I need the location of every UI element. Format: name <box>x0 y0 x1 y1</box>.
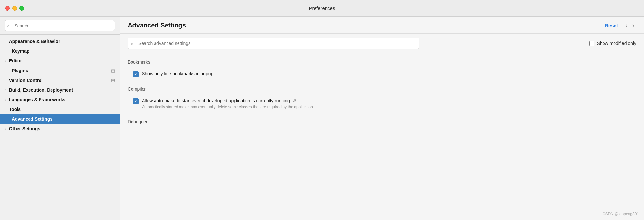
window-title: Preferences <box>309 6 335 11</box>
checkbox-auto-make[interactable]: ✓ <box>133 98 139 104</box>
sidebar-item-plugins[interactable]: Plugins ▤ <box>0 66 120 75</box>
section-divider-bookmarks <box>154 62 636 62</box>
section-header-debugger: Debugger <box>128 119 636 124</box>
sidebar-item-label: Plugins <box>12 68 111 73</box>
sidebar-item-label: Other Settings <box>9 126 115 131</box>
sidebar-items-list: › Appearance & Behavior Keymap › Editor … <box>0 35 120 220</box>
settings-content: Bookmarks ✓ Show only line bookmarks in … <box>120 53 644 220</box>
chevron-icon: › <box>5 88 6 92</box>
sidebar-item-other[interactable]: › Other Settings <box>0 124 120 134</box>
setting-text-auto-make: Allow auto-make to start even if develop… <box>142 98 636 110</box>
show-modified-text: Show modified only <box>597 41 636 46</box>
sidebar-item-version-control[interactable]: › Version Control ▤ <box>0 75 120 85</box>
content-search-wrapper: ⌕ <box>128 38 419 49</box>
chevron-icon: › <box>5 98 6 102</box>
sidebar-item-editor[interactable]: › Editor <box>0 56 120 66</box>
section-compiler: Compiler ✓ Allow auto-make to start even… <box>128 86 636 113</box>
sidebar-item-keymap[interactable]: Keymap <box>0 46 120 56</box>
show-modified-checkbox[interactable] <box>589 41 594 46</box>
sidebar-item-label: Advanced Settings <box>12 116 115 122</box>
sidebar-search-icon: ⌕ <box>7 23 10 28</box>
sidebar-search-input[interactable] <box>5 20 115 31</box>
sidebar-item-label: Build, Execution, Deployment <box>9 87 115 93</box>
watermark: CSDN @laopeng301 <box>603 212 639 216</box>
section-title-bookmarks: Bookmarks <box>128 60 150 65</box>
sidebar: ⌕ › Appearance & Behavior Keymap › Edito… <box>0 17 120 220</box>
main-layout: ⌕ › Appearance & Behavior Keymap › Edito… <box>0 17 644 220</box>
page-title: Advanced Settings <box>128 22 605 29</box>
setting-text-line-bookmarks: Show only line bookmarks in popup <box>142 71 636 76</box>
sidebar-item-label: Appearance & Behavior <box>9 39 115 44</box>
content-search-icon: ⌕ <box>131 41 133 46</box>
sidebar-search-wrapper: ⌕ <box>5 20 115 31</box>
sidebar-item-languages[interactable]: › Languages & Frameworks <box>0 95 120 104</box>
content-search-row: ⌕ Show modified only <box>120 34 644 53</box>
sidebar-item-label: Editor <box>9 58 115 63</box>
setting-row-line-bookmarks: ✓ Show only line bookmarks in popup <box>128 69 636 80</box>
content-header: Advanced Settings Reset ‹ › <box>120 17 644 34</box>
sidebar-item-label: Languages & Frameworks <box>9 97 115 102</box>
content-search-input[interactable] <box>128 38 419 49</box>
title-bar: Preferences <box>0 0 644 17</box>
plugin-icon: ▤ <box>111 68 115 73</box>
sidebar-item-label: Version Control <box>9 78 111 83</box>
content-area: Advanced Settings Reset ‹ › ⌕ Show modif… <box>120 17 644 220</box>
chevron-icon: › <box>5 59 6 63</box>
section-title-debugger: Debugger <box>128 119 148 124</box>
section-divider-compiler <box>150 89 636 89</box>
chevron-icon: › <box>5 127 6 131</box>
section-header-bookmarks: Bookmarks <box>128 60 636 65</box>
chevron-icon: › <box>5 107 6 111</box>
sidebar-search-container: ⌕ <box>0 17 120 35</box>
close-button[interactable] <box>5 6 10 11</box>
traffic-lights <box>5 6 24 11</box>
chevron-icon: › <box>5 39 6 43</box>
checkmark-icon: ✓ <box>134 72 137 76</box>
sidebar-item-label: Keymap <box>12 49 115 54</box>
setting-row-auto-make: ✓ Allow auto-make to start even if devel… <box>128 95 636 113</box>
minimize-button[interactable] <box>12 6 17 11</box>
checkmark-icon: ✓ <box>134 99 137 103</box>
sidebar-item-build[interactable]: › Build, Execution, Deployment <box>0 85 120 95</box>
auto-make-label-text: Allow auto-make to start even if develop… <box>142 98 290 103</box>
back-button[interactable]: ‹ <box>623 21 629 29</box>
sidebar-item-label: Tools <box>9 107 115 112</box>
maximize-button[interactable] <box>19 6 24 11</box>
forward-button[interactable]: › <box>630 21 636 29</box>
chevron-icon: › <box>5 78 6 82</box>
section-divider-debugger <box>152 122 637 122</box>
nav-buttons: ‹ › <box>623 21 636 29</box>
sidebar-item-tools[interactable]: › Tools <box>0 104 120 114</box>
checkbox-line-bookmarks[interactable]: ✓ <box>133 72 139 77</box>
section-bookmarks: Bookmarks ✓ Show only line bookmarks in … <box>128 60 636 80</box>
section-title-compiler: Compiler <box>128 86 146 92</box>
setting-label-auto-make: Allow auto-make to start even if develop… <box>142 98 636 103</box>
setting-label-line-bookmarks: Show only line bookmarks in popup <box>142 71 636 76</box>
section-debugger: Debugger <box>128 119 636 124</box>
reset-to-default-icon[interactable]: ↺ <box>293 98 296 103</box>
vcs-icon: ▤ <box>111 78 115 83</box>
sidebar-item-advanced-settings[interactable]: Advanced Settings <box>0 114 120 124</box>
sidebar-item-appearance[interactable]: › Appearance & Behavior <box>0 37 120 46</box>
reset-button[interactable]: Reset <box>605 23 618 28</box>
show-modified-label[interactable]: Show modified only <box>589 41 636 46</box>
setting-description-auto-make: Automatically started make may eventuall… <box>142 104 636 110</box>
section-header-compiler: Compiler <box>128 86 636 92</box>
